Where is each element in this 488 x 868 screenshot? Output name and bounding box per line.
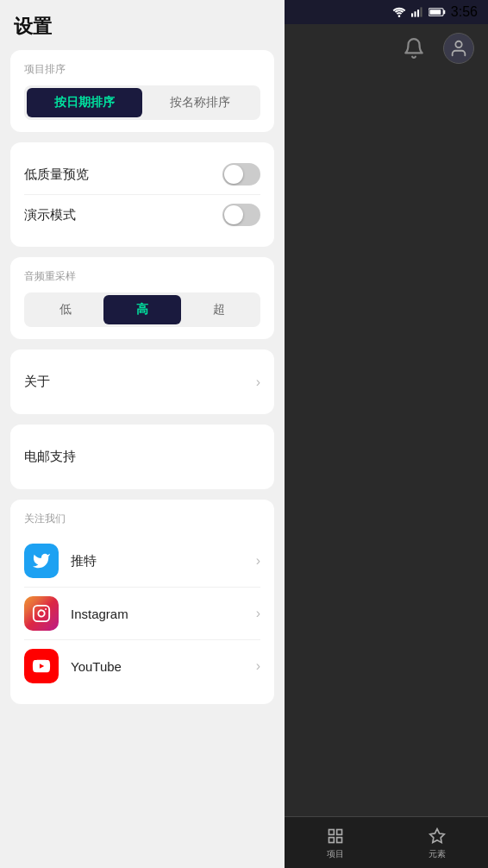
audio-section-label: 音频重采样 (24, 269, 260, 284)
youtube-chevron-icon: › (256, 658, 260, 674)
svg-rect-12 (329, 829, 335, 834)
email-label: 电邮支持 (24, 449, 76, 465)
nav-label-projects: 项目 (327, 848, 344, 860)
signal-icon (411, 7, 423, 17)
projects-icon (325, 826, 346, 846)
twitter-icon (24, 544, 59, 578)
low-quality-row: 低质量预览 (24, 154, 260, 194)
sort-section-label: 项目排序 (24, 62, 260, 77)
audio-high-button[interactable]: 高 (103, 295, 180, 324)
audio-super-button[interactable]: 超 (181, 295, 258, 324)
instagram-icon (24, 596, 59, 631)
twitter-item[interactable]: 推特 › (24, 535, 260, 587)
instagram-chevron-icon: › (256, 606, 260, 621)
battery-icon (429, 7, 446, 17)
svg-rect-0 (34, 606, 49, 621)
sort-by-date-button[interactable]: 按日期排序 (27, 88, 142, 117)
about-menu-item[interactable]: 关于 › (24, 362, 260, 402)
settings-header: 设置 (0, 0, 285, 50)
svg-rect-7 (420, 7, 422, 16)
status-bar: 3:56 (285, 0, 488, 24)
svg-rect-15 (337, 837, 342, 842)
nav-item-elements[interactable]: 元素 (427, 826, 447, 860)
nav-label-elements: 元素 (429, 848, 446, 860)
follow-section-label: 关注我们 (24, 512, 260, 526)
youtube-label: YouTube (71, 659, 256, 674)
demo-mode-toggle[interactable] (222, 204, 260, 226)
svg-rect-6 (417, 9, 419, 16)
about-label: 关于 (24, 374, 50, 390)
elements-icon (427, 826, 447, 846)
audio-buttons-group: 低 高 超 (24, 292, 260, 327)
svg-rect-5 (414, 11, 416, 16)
about-section: 关于 › (10, 349, 274, 414)
email-menu-item[interactable]: 电邮支持 (24, 437, 260, 477)
svg-rect-9 (443, 10, 445, 14)
svg-rect-4 (411, 13, 413, 16)
svg-rect-14 (329, 837, 335, 842)
quality-section: 低质量预览 演示模式 (10, 142, 274, 247)
low-quality-label: 低质量预览 (24, 167, 89, 183)
svg-point-3 (398, 15, 401, 17)
youtube-item[interactable]: YouTube › (24, 639, 260, 692)
twitter-label: 推特 (71, 553, 256, 569)
youtube-icon (24, 649, 59, 683)
svg-marker-16 (430, 828, 445, 842)
status-time: 3:56 (451, 4, 478, 20)
about-chevron-icon: › (256, 374, 260, 390)
twitter-chevron-icon: › (256, 553, 260, 569)
settings-panel: 设置 项目排序 按日期排序 按名称排序 低质量预览 演示模式 音频重采样 低 高… (0, 0, 285, 868)
svg-point-11 (455, 41, 461, 47)
demo-mode-label: 演示模式 (24, 207, 76, 223)
right-panel: 3:56 (285, 0, 488, 868)
page-title: 设置 (14, 14, 271, 40)
bottom-navigation: 项目 元素 (285, 816, 488, 868)
wifi-icon (392, 7, 406, 17)
audio-section: 音频重采样 低 高 超 (10, 257, 274, 339)
audio-low-button[interactable]: 低 (27, 295, 103, 324)
follow-section: 关注我们 推特 › Instagram › (10, 500, 274, 704)
right-panel-icons (285, 24, 488, 64)
sort-buttons-group: 按日期排序 按名称排序 (24, 85, 260, 120)
profile-icon[interactable] (443, 33, 474, 64)
sort-section: 项目排序 按日期排序 按名称排序 (10, 50, 274, 132)
instagram-item[interactable]: Instagram › (24, 587, 260, 639)
instagram-label: Instagram (71, 607, 256, 621)
nav-item-projects[interactable]: 项目 (325, 826, 346, 860)
low-quality-toggle[interactable] (222, 163, 260, 186)
svg-rect-13 (337, 829, 342, 834)
svg-rect-10 (429, 9, 441, 15)
sort-by-name-button[interactable]: 按名称排序 (142, 88, 258, 117)
demo-mode-row: 演示模式 (24, 194, 260, 235)
email-section: 电邮支持 (10, 425, 274, 489)
notification-bell-icon[interactable] (398, 33, 429, 64)
